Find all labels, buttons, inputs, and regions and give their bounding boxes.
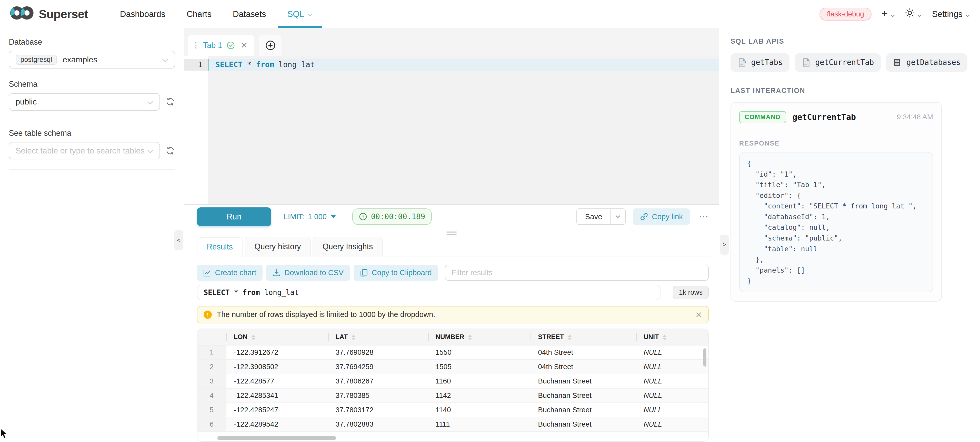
clock-icon xyxy=(359,212,367,221)
nav-item-sql[interactable]: SQL xyxy=(277,0,324,28)
line-number: 1 xyxy=(185,59,208,70)
save-button-group: Save xyxy=(576,208,626,225)
run-query-button[interactable]: Run xyxy=(197,207,271,226)
results-tabs: Results Query history Query Insights xyxy=(197,237,709,257)
card-file-box-icon xyxy=(892,58,902,67)
schema-label: Schema xyxy=(9,80,175,89)
collapse-right-panel-button[interactable]: > xyxy=(720,235,729,255)
bookmark-tabs-icon xyxy=(737,58,747,67)
print-margin-line xyxy=(514,56,514,204)
mouse-cursor xyxy=(0,428,8,442)
close-warning-icon[interactable] xyxy=(696,311,702,318)
refresh-tables-button[interactable] xyxy=(165,146,175,156)
sidebar-divider xyxy=(9,169,175,170)
sql-lab-app: Superset Dashboards Charts Datasets SQL … xyxy=(0,0,980,442)
left-sidebar: Database postgresql examples Schema publ… xyxy=(0,28,184,442)
close-tab-icon[interactable] xyxy=(241,42,247,48)
drag-handle-icon xyxy=(447,231,457,236)
table-row: 3 -122.428577 37.7806267 1160 Buchanan S… xyxy=(197,374,708,388)
chevron-down-icon xyxy=(147,96,153,107)
sort-icon[interactable] xyxy=(468,335,472,340)
chart-icon xyxy=(203,269,211,277)
content: Database postgresql examples Schema publ… xyxy=(0,28,980,442)
table-select-placeholder: Select table or type to search tables xyxy=(16,146,145,156)
command-badge: COMMAND xyxy=(739,111,786,123)
results-table-container: LON LAT NUMBER STREET UNIT 1 -122.391267… xyxy=(197,329,709,442)
copy-icon xyxy=(360,269,368,277)
create-chart-button[interactable]: Create chart xyxy=(197,265,262,281)
sql-editor-panel: < > Tab 1 xyxy=(184,28,719,442)
query-timer: 00:00:00.189 xyxy=(352,208,432,225)
nav-item-datasets[interactable]: Datasets xyxy=(222,0,277,28)
column-header-number[interactable]: NUMBER xyxy=(428,329,530,345)
download-csv-button[interactable]: Download to CSV xyxy=(266,265,350,281)
chevron-down-icon xyxy=(890,8,896,20)
nav-item-charts[interactable]: Charts xyxy=(176,0,222,28)
add-tab-button[interactable] xyxy=(259,35,282,56)
database-label: Database xyxy=(9,37,175,46)
editor-tab-title: Tab 1 xyxy=(203,41,222,50)
get-tabs-button[interactable]: getTabs xyxy=(730,53,790,72)
editor-code-area[interactable]: SELECT * from long_lat xyxy=(208,56,719,204)
header-row-number xyxy=(197,329,226,345)
api-panel-title: SQL LAB APIS xyxy=(730,37,967,45)
navbar: Superset Dashboards Charts Datasets SQL … xyxy=(0,0,980,28)
tab-query-insights[interactable]: Query Insights xyxy=(313,237,383,256)
query-preview: SELECT * from long_lat xyxy=(197,285,661,300)
sort-icon[interactable] xyxy=(251,335,255,340)
copy-link-button[interactable]: Copy link xyxy=(633,208,689,225)
sort-icon[interactable] xyxy=(568,335,572,340)
horizontal-scrollbar-thumb[interactable] xyxy=(218,436,336,440)
get-current-tab-button[interactable]: getCurrentTab xyxy=(795,53,881,72)
column-header-lon[interactable]: LON xyxy=(226,329,328,345)
theme-toggle[interactable] xyxy=(905,8,922,20)
database-engine-tag: postgresql xyxy=(16,55,57,65)
database-select[interactable]: postgresql examples xyxy=(9,51,175,68)
schema-select[interactable]: public xyxy=(9,93,160,111)
brand[interactable]: Superset xyxy=(10,0,88,28)
copy-clipboard-button[interactable]: Copy to Clipboard xyxy=(353,265,438,281)
new-item-button[interactable]: + xyxy=(881,8,895,20)
tab-query-history[interactable]: Query history xyxy=(245,237,311,256)
panel-resize-handle[interactable] xyxy=(185,229,719,237)
more-actions-button[interactable] xyxy=(698,213,709,220)
last-interaction-title: LAST INTERACTION xyxy=(730,87,967,95)
row-limit-warning: ! The number of rows displayed is limite… xyxy=(197,306,709,324)
results-table: LON LAT NUMBER STREET UNIT 1 -122.391267… xyxy=(197,329,708,432)
drag-dots-icon[interactable] xyxy=(195,41,199,49)
sql-lab-api-panel: SQL LAB APIS getTabs xyxy=(719,28,980,442)
column-header-unit[interactable]: UNIT xyxy=(636,329,708,345)
nav-item-dashboards[interactable]: Dashboards xyxy=(109,0,176,28)
editor-tab-strip: Tab 1 xyxy=(185,28,719,56)
command-name: getCurrentTab xyxy=(792,112,856,122)
table-select[interactable]: Select table or type to search tables xyxy=(9,142,160,160)
filter-results-input[interactable] xyxy=(445,265,709,281)
save-button[interactable]: Save xyxy=(577,209,611,224)
response-label: RESPONSE xyxy=(739,140,933,147)
sort-icon[interactable] xyxy=(352,335,356,340)
vertical-scrollbar-thumb[interactable] xyxy=(703,348,706,367)
save-options-caret[interactable] xyxy=(611,209,625,224)
tab-results[interactable]: Results xyxy=(197,237,243,257)
sql-code-line: SELECT * from long_lat xyxy=(208,59,719,70)
partial-row xyxy=(197,432,708,435)
column-header-lat[interactable]: LAT xyxy=(328,329,428,345)
limit-dropdown[interactable]: LIMIT: 1 000 xyxy=(284,212,336,221)
refresh-schema-button[interactable] xyxy=(165,97,175,107)
table-schema-label: See table schema xyxy=(9,129,175,137)
horizontal-scrollbar[interactable] xyxy=(197,435,708,441)
get-databases-button[interactable]: getDatabases xyxy=(886,53,968,72)
editor-tab[interactable]: Tab 1 xyxy=(188,35,254,56)
collapse-left-panel-button[interactable]: < xyxy=(174,230,183,250)
chevron-down-icon xyxy=(965,8,970,20)
table-row: 5 -122.4285247 37.7803172 1140 Buchanan … xyxy=(197,403,708,417)
column-header-street[interactable]: STREET xyxy=(530,329,636,345)
settings-menu[interactable]: Settings xyxy=(932,8,970,20)
download-icon xyxy=(272,269,281,277)
sql-code-editor[interactable]: 1 SELECT * from long_lat xyxy=(185,56,719,204)
environment-badge: flask-debug xyxy=(819,8,871,21)
results-section: Results Query history Query Insights Cre… xyxy=(185,237,719,442)
sort-icon[interactable] xyxy=(663,335,667,340)
response-json-box: { "id": "1", "title": "Tab 1", "editor":… xyxy=(739,152,933,292)
editor-toolbar: Run LIMIT: 1 000 00:00:00.189 xyxy=(185,204,719,229)
